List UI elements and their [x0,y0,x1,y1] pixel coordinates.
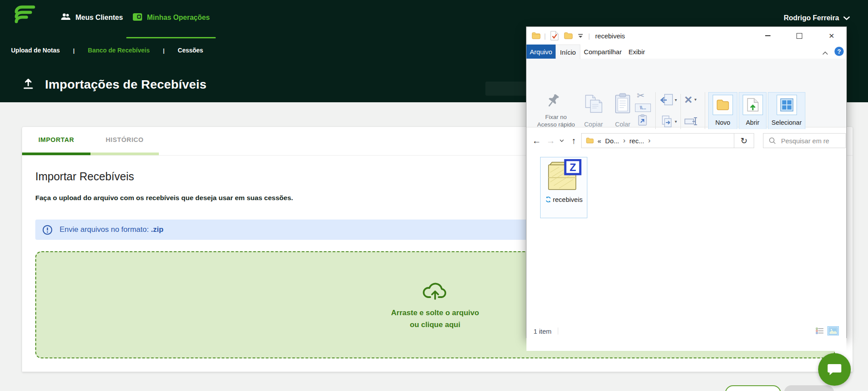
explorer-navbar: ← → ↑ « Do... › rec... › ↻ [526,129,846,153]
titlebar-separator: | [544,32,546,40]
address-crumb-recebiveis[interactable]: rec... [629,137,644,145]
large-icons-view-button[interactable] [827,326,839,335]
details-view-button[interactable] [814,326,826,335]
breadcrumb: Upload de Notas | Banco de Recebíveis | … [11,47,203,54]
nav-active-underline [126,37,216,38]
pin-icon [542,91,563,112]
recent-locations-icon[interactable] [557,129,566,152]
brand-logo[interactable] [12,4,36,26]
qat-customize-icon[interactable] [578,34,583,38]
pin-quick-access-button[interactable]: Fixar no Acesso rápido [529,113,583,128]
breadcrumb-upload-de-notas[interactable]: Upload de Notas [11,47,60,54]
breadcrumb-separator: | [163,47,165,54]
copy-icon [584,94,603,115]
screen: Meus Clientes Minhas Operações Rodrigo F… [0,0,868,391]
copy-path-icon[interactable]: \\... [635,104,651,112]
select-label: Selecionar [771,119,802,126]
nav-label: Meus Clientes [75,14,123,22]
minimize-button[interactable] [757,27,778,45]
chat-bubble-icon [827,363,842,376]
delete-button[interactable]: × ▾ [684,93,697,106]
dropzone-line1: Arraste e solte o arquivo [391,307,479,319]
info-icon [42,225,53,235]
footer-primary-button-disabled[interactable] [784,385,834,391]
search-icon [769,137,776,144]
cloud-upload-icon [421,279,449,301]
close-button[interactable]: × [821,27,842,45]
brand-logo-icon [12,4,36,25]
ribbon-tab-compartilhar[interactable]: Compartilhar [584,45,622,59]
file-name: recebiveis [553,196,583,203]
page-title-row: Importações de Recebíveis [22,78,207,92]
up-button[interactable]: ↑ [567,129,580,152]
address-crumb-documents[interactable]: Do... [605,137,619,145]
section-heading: Importar Recebíveis [35,170,134,183]
crumb-separator: › [623,137,625,145]
ribbon-tab-exibir[interactable]: Exibir [624,45,649,59]
file-explorer-window: | | recebiveis × Arquivo Início Comparti… [526,26,847,338]
delete-icon: × [684,93,692,106]
dropzone-text: Arraste e solte o arquivo ou clique aqui [391,307,479,331]
ribbon-tab-inicio[interactable]: Início [556,45,580,59]
ribbon: Fixar no Acesso rápido Copiar [526,59,846,127]
ribbon-tabs: Arquivo Início Compartilhar Exibir ? [526,45,846,59]
dropzone-line2: ou clique aqui [391,319,479,331]
back-button[interactable]: ← [530,129,543,152]
tab-importar[interactable]: IMPORTAR [22,127,90,155]
new-label: Novo [715,119,730,126]
page-title: Importações de Recebíveis [45,78,207,92]
banner-message: Envie arquivos no formato: [60,225,149,234]
new-folder-icon [713,95,733,115]
file-list[interactable]: Z recebiveis [526,152,846,351]
file-item-recebiveis[interactable]: Z recebiveis [540,157,587,218]
explorer-titlebar[interactable]: | | recebiveis × [526,27,846,45]
dropdown-caret: ▾ [675,119,677,124]
upload-icon [22,78,34,92]
search-box [763,133,846,148]
move-to-button[interactable]: ▾ [660,94,677,106]
section-description: Faça o upload do arquivo com os recebíve… [35,194,293,202]
help-button[interactable]: ? [834,47,844,56]
qat-new-folder-icon[interactable] [564,32,573,39]
copy-to-button[interactable]: ▾ [660,115,677,128]
forward-button[interactable]: → [544,129,557,152]
breadcrumb-banco-de-recebiveis[interactable]: Banco de Recebíveis [88,47,150,54]
search-input[interactable] [780,137,846,145]
footer-secondary-button[interactable] [725,385,781,391]
breadcrumb-separator: | [73,47,75,54]
pin-label-line1: Fixar no [529,113,583,121]
user-name: Rodrigo Ferreira [784,14,839,22]
ribbon-collapse-icon[interactable] [822,49,828,56]
open-file-icon [743,95,763,115]
nav-minhas-operacoes[interactable]: Minhas Operações [132,11,210,25]
refresh-button[interactable]: ↻ [734,133,754,148]
pin-label-line2: Acesso rápido [529,121,583,128]
dropdown-caret: ▾ [675,98,677,102]
banner-text: Envie arquivos no formato: .zip [60,225,163,234]
cut-icon[interactable]: ✂ [637,90,645,101]
ribbon-tab-arquivo[interactable]: Arquivo [526,45,556,59]
tab-historico[interactable]: HISTÓRICO [90,127,159,155]
paste-icon [614,93,631,115]
window-folder-icon [532,32,541,39]
chat-button[interactable] [818,353,851,386]
status-divider [558,328,558,335]
item-count: 1 item [534,328,552,335]
select-icon [777,95,797,115]
banner-format: .zip [151,225,163,234]
user-menu[interactable]: Rodrigo Ferreira [784,12,850,24]
maximize-button[interactable] [789,27,810,45]
rename-button[interactable] [684,117,699,127]
titlebar-separator: | [588,32,590,40]
paste-button[interactable]: Colar [606,121,639,128]
window-title: recebiveis [595,32,625,40]
address-bar[interactable]: « Do... › rec... › [581,133,746,148]
sync-icon [545,196,552,205]
paste-shortcut-icon[interactable] [638,114,647,127]
dropdown-caret: ▾ [695,97,697,102]
file-label: recebiveis [544,195,584,205]
address-collapse-chevrons[interactable]: « [597,137,601,145]
breadcrumb-cessoes[interactable]: Cessões [178,47,203,54]
qat-properties-icon[interactable] [550,31,559,41]
nav-meus-clientes[interactable]: Meus Clientes [60,11,123,25]
